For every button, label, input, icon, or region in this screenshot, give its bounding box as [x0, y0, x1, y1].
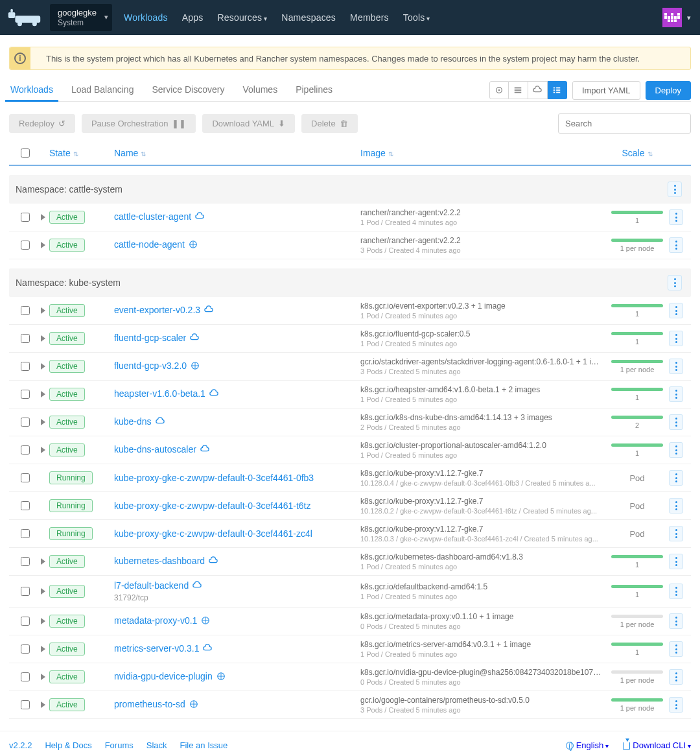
expand-icon[interactable] — [41, 363, 45, 370]
row-checkbox[interactable] — [21, 587, 30, 596]
language-selector[interactable]: English▾ — [566, 740, 609, 750]
expand-icon[interactable] — [41, 419, 45, 425]
row-checkbox[interactable] — [21, 306, 30, 315]
workload-name-link[interactable]: metrics-server-v0.3.1 — [114, 643, 199, 654]
download-yaml-button[interactable]: Download YAML ⬇ — [202, 114, 295, 133]
namespace-menu-button[interactable] — [668, 275, 682, 290]
row-checkbox[interactable] — [21, 644, 30, 654]
row-menu-button[interactable] — [669, 209, 683, 225]
workload-name-link[interactable]: kube-proxy-gke-c-zwvpw-default-0-3cef446… — [114, 528, 312, 539]
workload-name-link[interactable]: kube-proxy-gke-c-zwvpw-default-0-3cef446… — [114, 501, 310, 511]
nav-resources[interactable]: Resources▾ — [217, 12, 267, 23]
col-image[interactable]: Image⇅ — [360, 148, 608, 158]
row-menu-button[interactable] — [669, 498, 683, 514]
view-list-button[interactable] — [509, 81, 528, 99]
download-cli-link[interactable]: Download CLI▾ — [623, 740, 691, 750]
pause-button[interactable]: Pause Orchestration ❚❚ — [82, 114, 196, 133]
row-menu-button[interactable] — [669, 414, 683, 430]
workload-name-link[interactable]: prometheus-to-sd — [114, 699, 185, 709]
namespace-menu-button[interactable] — [668, 182, 682, 197]
expand-icon[interactable] — [41, 447, 45, 453]
row-menu-button[interactable] — [669, 237, 683, 253]
tab-volumes[interactable]: Volumes — [241, 79, 279, 101]
workload-name-link[interactable]: kube-dns — [114, 416, 152, 427]
nav-apps[interactable]: Apps — [182, 12, 204, 23]
footer-link-slack[interactable]: Slack — [146, 740, 167, 750]
row-checkbox[interactable] — [21, 557, 30, 566]
search-input[interactable] — [558, 113, 691, 134]
footer-link-help-docs[interactable]: Help & Docs — [45, 740, 91, 750]
workload-name-link[interactable]: heapster-v1.6.0-beta.1 — [114, 388, 205, 399]
row-checkbox[interactable] — [21, 501, 30, 510]
expand-icon[interactable] — [41, 702, 45, 708]
view-cloud-button[interactable] — [528, 81, 548, 99]
delete-button[interactable]: Delete 🗑 — [301, 114, 358, 133]
expand-icon[interactable] — [41, 588, 45, 595]
import-yaml-button[interactable]: Import YAML — [572, 81, 640, 100]
select-all-checkbox[interactable] — [21, 148, 30, 158]
row-checkbox[interactable] — [21, 700, 30, 709]
row-checkbox[interactable] — [21, 241, 30, 250]
rancher-logo[interactable] — [6, 8, 42, 27]
row-checkbox[interactable] — [21, 418, 30, 427]
workload-name-link[interactable]: kubernetes-dashboard — [114, 556, 205, 566]
workload-name-link[interactable]: fluentd-gcp-v3.2.0 — [114, 360, 187, 371]
row-menu-button[interactable] — [669, 470, 683, 486]
nav-tools[interactable]: Tools▾ — [403, 12, 430, 23]
expand-icon[interactable] — [41, 335, 45, 342]
row-menu-button[interactable] — [669, 641, 683, 657]
project-selector[interactable]: googlegke System ▾ — [50, 4, 112, 31]
view-grid-button[interactable] — [489, 81, 509, 99]
tab-service-discovery[interactable]: Service Discovery — [150, 79, 226, 101]
col-state[interactable]: State⇅ — [49, 148, 114, 158]
tab-pipelines[interactable]: Pipelines — [294, 79, 334, 101]
expand-icon[interactable] — [41, 307, 45, 314]
row-menu-button[interactable] — [669, 613, 683, 629]
footer-link-file-an-issue[interactable]: File an Issue — [180, 740, 228, 750]
workload-name-link[interactable]: cattle-node-agent — [114, 239, 185, 250]
row-checkbox[interactable] — [21, 529, 30, 538]
view-tree-button[interactable] — [548, 81, 567, 99]
row-menu-button[interactable] — [669, 526, 683, 541]
row-checkbox[interactable] — [21, 473, 30, 482]
workload-name-link[interactable]: cattle-cluster-agent — [114, 211, 191, 222]
user-menu[interactable]: ▾ — [662, 8, 691, 27]
nav-members[interactable]: Members — [350, 12, 389, 23]
expand-icon[interactable] — [41, 214, 45, 220]
workload-name-link[interactable]: event-exporter-v0.2.3 — [114, 305, 200, 315]
nav-namespaces[interactable]: Namespaces — [281, 12, 336, 23]
row-checkbox[interactable] — [21, 390, 30, 399]
row-menu-button[interactable] — [669, 669, 683, 685]
row-menu-button[interactable] — [669, 386, 683, 402]
expand-icon[interactable] — [41, 646, 45, 652]
row-menu-button[interactable] — [669, 442, 683, 458]
expand-icon[interactable] — [41, 674, 45, 680]
nav-workloads[interactable]: Workloads — [124, 12, 168, 23]
col-name[interactable]: Name⇅ — [114, 148, 360, 158]
redeploy-button[interactable]: Redeploy ↺ — [9, 114, 75, 133]
row-menu-button[interactable] — [669, 331, 683, 346]
expand-icon[interactable] — [41, 618, 45, 624]
row-menu-button[interactable] — [669, 554, 683, 569]
workload-name-link[interactable]: fluentd-gcp-scaler — [114, 333, 186, 343]
expand-icon[interactable] — [41, 391, 45, 397]
row-checkbox[interactable] — [21, 445, 30, 455]
workload-name-link[interactable]: kube-dns-autoscaler — [114, 444, 196, 455]
workload-name-link[interactable]: nvidia-gpu-device-plugin — [114, 671, 213, 681]
footer-link-forums[interactable]: Forums — [105, 740, 134, 750]
row-menu-button[interactable] — [669, 697, 683, 713]
row-checkbox[interactable] — [21, 672, 30, 681]
row-menu-button[interactable] — [669, 584, 683, 599]
workload-name-link[interactable]: metadata-proxy-v0.1 — [114, 615, 197, 626]
workload-name-link[interactable]: l7-default-backend — [114, 580, 189, 591]
workload-name-link[interactable]: kube-proxy-gke-c-zwvpw-default-0-3cef446… — [114, 473, 314, 483]
tab-workloads[interactable]: Workloads — [9, 79, 54, 101]
tab-load-balancing[interactable]: Load Balancing — [70, 79, 135, 101]
expand-icon[interactable] — [41, 242, 45, 248]
row-checkbox[interactable] — [21, 213, 30, 222]
row-checkbox[interactable] — [21, 362, 30, 371]
deploy-button[interactable]: Deploy — [646, 81, 691, 100]
row-checkbox[interactable] — [21, 617, 30, 626]
expand-icon[interactable] — [41, 558, 45, 565]
row-checkbox[interactable] — [21, 334, 30, 343]
